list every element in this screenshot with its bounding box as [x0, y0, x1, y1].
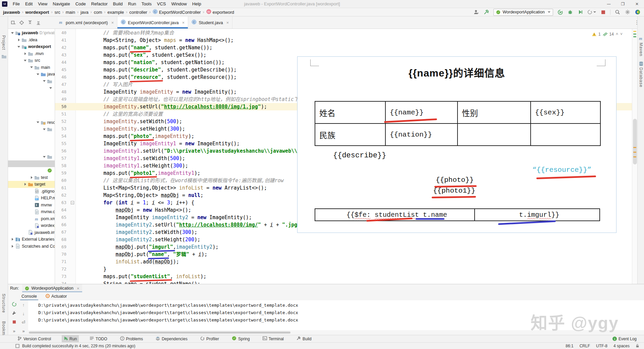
tree-chevron[interactable]	[23, 183, 28, 186]
file-encoding[interactable]: UTF-8	[596, 344, 607, 348]
console-hscrollbar-thumb[interactable]	[29, 332, 290, 334]
scroll-up-icon[interactable]: ↑	[22, 302, 25, 307]
line-separator[interactable]: CRLF	[580, 344, 590, 348]
tree-chevron[interactable]	[10, 32, 15, 34]
breadcrumb-item-controller[interactable]: controller	[129, 10, 147, 15]
tree-row[interactable]	[8, 133, 55, 140]
tool-stripe-structure[interactable]: Structure	[1, 294, 6, 313]
line-number[interactable]: 43	[55, 51, 70, 59]
code-line-73[interactable]: 73 maps.put("studentList", infoList);	[55, 273, 632, 280]
plugin-icon[interactable]	[635, 9, 641, 15]
tab-student-java[interactable]: CStudent.java	[188, 16, 232, 29]
tree-row-main[interactable]: main	[8, 64, 55, 71]
code-line-71[interactable]: 71 infoList.add(mapObj);	[55, 258, 632, 265]
tree-chevron[interactable]	[16, 39, 21, 41]
profiler-icon[interactable]	[587, 9, 596, 15]
tree-row-external-libraries[interactable]: External Libraries	[8, 236, 55, 243]
search-everywhere-icon[interactable]	[614, 9, 621, 15]
indent-setting[interactable]: 4 spaces	[613, 344, 630, 348]
tree-row[interactable]	[8, 85, 55, 92]
line-number[interactable]: 65	[55, 214, 70, 221]
code-line-74[interactable]: 74 String name = student.getName();	[55, 280, 632, 284]
tree-row[interactable]	[8, 160, 55, 167]
line-number[interactable]: 61	[55, 184, 70, 192]
scrollbar-thumb[interactable]	[633, 119, 637, 164]
tree-chevron[interactable]	[48, 87, 53, 89]
tool-stripe-project[interactable]: Project	[1, 35, 6, 50]
breadcrumb-item-javaweb[interactable]: javaweb	[3, 10, 20, 15]
prev-problem-icon[interactable]	[616, 32, 618, 37]
menu-build[interactable]: Build	[110, 1, 125, 6]
tree-row--gitignore[interactable]: .gitignore	[8, 188, 55, 195]
line-number[interactable]: 68	[55, 236, 70, 243]
tree-row[interactable]	[8, 92, 55, 99]
code-line-69[interactable]: 69 mapObj.put("imgurl",imageEntity2);	[55, 243, 632, 251]
tree-row-wordexport[interactable]: wordexport	[8, 43, 55, 50]
view-options-icon[interactable]	[11, 20, 16, 25]
code-line-72[interactable]: 72 }	[55, 265, 632, 273]
tree-chevron[interactable]	[10, 245, 15, 248]
tree-chevron[interactable]	[16, 46, 21, 48]
tree-row-resources[interactable]: resources	[8, 119, 55, 126]
line-number[interactable]: 69	[55, 243, 70, 251]
line-number[interactable]: 47	[55, 81, 70, 88]
menu-vcs[interactable]: VCS	[154, 1, 169, 6]
tree-chevron[interactable]	[23, 52, 28, 55]
run-icon[interactable]	[557, 9, 563, 15]
tree-row[interactable]	[8, 105, 55, 112]
line-number[interactable]: 49	[55, 96, 70, 103]
line-number[interactable]: 40	[55, 29, 70, 37]
build-hammer-icon[interactable]	[483, 9, 489, 15]
tree-chevron[interactable]	[42, 129, 47, 130]
tree-chevron[interactable]	[36, 121, 40, 123]
code-line-70[interactable]: 70 mapObj.put("name", "罗辑" + i);	[55, 251, 632, 258]
background-tasks-icon[interactable]	[15, 344, 19, 348]
settings-gear-icon[interactable]	[625, 9, 631, 15]
expand-all-icon[interactable]	[28, 20, 33, 25]
caret-position[interactable]: 86:1	[566, 344, 573, 348]
line-number[interactable]: 71	[55, 258, 70, 265]
tree-chevron[interactable]	[29, 176, 34, 179]
close-icon[interactable]	[226, 20, 229, 25]
breadcrumb-item-wordexport[interactable]: wordexport	[25, 10, 50, 15]
tree-row-java[interactable]: java	[8, 71, 55, 78]
scroll-down-icon[interactable]: ↓	[22, 311, 25, 316]
lock-icon[interactable]	[636, 344, 639, 348]
line-number[interactable]: 42	[55, 44, 70, 51]
line-number[interactable]: 57	[55, 155, 70, 162]
line-number[interactable]: 55	[55, 140, 70, 147]
line-number[interactable]: 46	[55, 73, 70, 81]
tree-row-src[interactable]: src	[8, 57, 55, 64]
maximize-button[interactable]: ❐	[616, 2, 630, 6]
tree-row[interactable]	[8, 112, 55, 119]
line-number[interactable]: 54	[55, 133, 70, 140]
breadcrumb-item-exportwordcontroller[interactable]: CExportWordController	[152, 9, 201, 15]
tree-row[interactable]	[8, 167, 55, 174]
line-number[interactable]: 44	[55, 59, 70, 66]
menu-window[interactable]: Window	[169, 1, 190, 6]
toolwindow-button-dependencies[interactable]: Dependencies	[154, 335, 190, 343]
editor-scrollbar[interactable]	[632, 29, 637, 284]
menu-refactor[interactable]: Refactor	[89, 1, 110, 6]
line-number[interactable]: 66	[55, 221, 70, 229]
toolwindow-button-spring[interactable]: Spring	[230, 335, 252, 343]
line-number[interactable]: 50	[55, 103, 70, 110]
inspection-widget[interactable]: 1 14	[591, 31, 624, 37]
tree-row-mvnw[interactable]: mvnw	[8, 202, 55, 209]
debug-icon[interactable]	[567, 9, 573, 15]
run-settings-wrench-icon[interactable]	[12, 311, 16, 316]
toolwindow-button-problems[interactable]: Problems	[118, 335, 145, 343]
menu-file[interactable]: File	[10, 1, 22, 6]
line-number[interactable]: 45	[55, 66, 70, 73]
close-icon[interactable]	[77, 286, 79, 291]
line-number[interactable]: 56	[55, 147, 70, 155]
line-number[interactable]: 70	[55, 251, 70, 258]
menu-run[interactable]: Run	[125, 1, 139, 6]
line-number[interactable]: 64	[55, 206, 70, 214]
tree-row[interactable]	[8, 140, 55, 147]
run-view-tab-console[interactable]: Console	[20, 292, 38, 300]
run-configuration-select[interactable]: WordexportApplication	[493, 9, 553, 16]
line-number[interactable]: 62	[55, 192, 70, 199]
tab-pom-xml-wordexport-[interactable]: mpom.xml (wordexport)	[56, 16, 117, 29]
line-number[interactable]: 53	[55, 125, 70, 133]
